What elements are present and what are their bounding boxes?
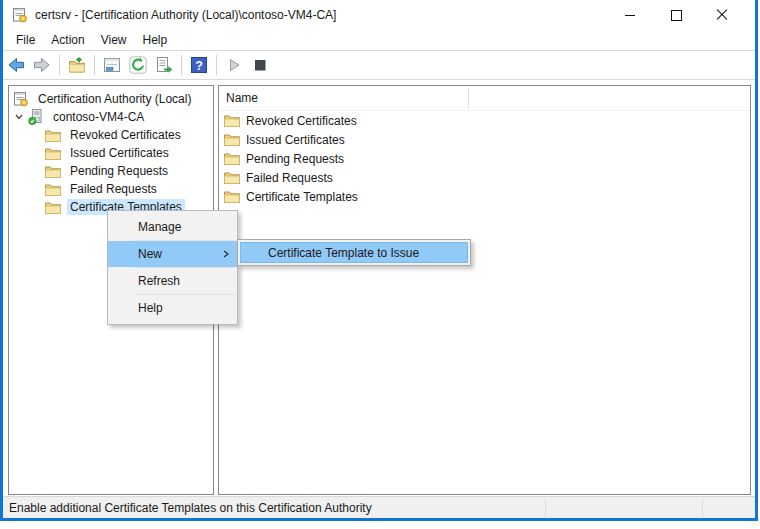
ca-server-icon bbox=[28, 109, 44, 125]
results-pane: Name Revoked Certificates Issued Certifi… bbox=[218, 85, 751, 495]
toolbar-separator bbox=[216, 55, 217, 75]
status-bar: Enable additional Certificate Templates … bbox=[3, 496, 755, 518]
menu-bar: File Action View Help bbox=[3, 30, 755, 50]
export-list-button[interactable] bbox=[151, 53, 177, 77]
tree-node-contoso-vm4-ca[interactable]: contoso-VM4-CA bbox=[9, 108, 213, 126]
tree-node-label: Certification Authority (Local) bbox=[35, 91, 194, 107]
certsrv-app-icon bbox=[12, 7, 28, 23]
title-bar: certsrv - [Certification Authority (Loca… bbox=[3, 0, 755, 30]
window-border-right bbox=[755, 0, 758, 521]
menu-view[interactable]: View bbox=[99, 32, 129, 48]
minimize-icon bbox=[625, 15, 635, 16]
folder-icon bbox=[224, 133, 240, 146]
maximize-button[interactable] bbox=[653, 0, 699, 30]
refresh-button[interactable] bbox=[125, 53, 151, 77]
tree-node-revoked-certificates[interactable]: Revoked Certificates bbox=[9, 126, 213, 144]
statusbar-divider bbox=[702, 500, 703, 517]
folder-icon bbox=[224, 190, 240, 203]
expand-collapse-control[interactable] bbox=[13, 111, 25, 123]
close-button[interactable] bbox=[699, 0, 745, 30]
forward-button[interactable] bbox=[29, 53, 55, 77]
submenu-certificate-template-to-issue[interactable]: Certificate Template to Issue bbox=[240, 242, 468, 263]
play-button[interactable] bbox=[221, 53, 247, 77]
folder-icon bbox=[224, 114, 240, 127]
context-submenu: Certificate Template to Issue bbox=[237, 239, 471, 266]
context-menu-refresh[interactable]: Refresh bbox=[108, 268, 237, 294]
chevron-down-icon bbox=[13, 111, 25, 123]
context-menu: Manage New Refresh Help bbox=[107, 210, 238, 325]
maximize-icon bbox=[671, 10, 682, 21]
tree-node-label: contoso-VM4-CA bbox=[50, 109, 147, 125]
list-item-label: Certificate Templates bbox=[246, 190, 358, 204]
toolbar-separator bbox=[59, 55, 60, 75]
folder-icon bbox=[224, 171, 240, 184]
console-window-icon bbox=[102, 55, 122, 75]
folder-icon bbox=[45, 183, 61, 196]
tree-node-label: Revoked Certificates bbox=[67, 127, 184, 143]
statusbar-divider bbox=[545, 500, 546, 517]
menu-help[interactable]: Help bbox=[141, 32, 170, 48]
tree-node-label: Failed Requests bbox=[67, 181, 160, 197]
tree-node-certification-authority[interactable]: Certification Authority (Local) bbox=[9, 90, 213, 108]
list-column-header[interactable]: Name bbox=[219, 86, 750, 111]
window-title: certsrv - [Certification Authority (Loca… bbox=[35, 8, 336, 22]
column-header-name: Name bbox=[226, 91, 258, 105]
context-menu-help[interactable]: Help bbox=[108, 295, 237, 321]
folder-icon bbox=[45, 129, 61, 142]
console-window-button[interactable] bbox=[99, 53, 125, 77]
window-border-left bbox=[0, 0, 3, 521]
list-item-failed-requests[interactable]: Failed Requests bbox=[219, 168, 750, 187]
column-divider[interactable] bbox=[468, 88, 469, 109]
help-icon bbox=[189, 55, 209, 75]
play-icon bbox=[224, 55, 244, 75]
tree-node-issued-certificates[interactable]: Issued Certificates bbox=[9, 144, 213, 162]
refresh-icon bbox=[128, 55, 148, 75]
list-item-label: Failed Requests bbox=[246, 171, 333, 185]
stop-button[interactable] bbox=[247, 53, 273, 77]
menu-action[interactable]: Action bbox=[49, 32, 86, 48]
list-item-label: Revoked Certificates bbox=[246, 114, 357, 128]
forward-icon bbox=[32, 55, 52, 75]
stop-icon bbox=[250, 55, 270, 75]
list-item-issued-certificates[interactable]: Issued Certificates bbox=[219, 130, 750, 149]
list-item-label: Pending Requests bbox=[246, 152, 344, 166]
submenu-chevron-icon bbox=[222, 249, 230, 259]
menu-file[interactable]: File bbox=[14, 32, 37, 48]
folder-icon bbox=[45, 201, 61, 214]
toolbar-separator bbox=[94, 55, 95, 75]
folder-icon bbox=[45, 165, 61, 178]
tree-node-label: Pending Requests bbox=[67, 163, 171, 179]
up-one-level-icon bbox=[67, 55, 87, 75]
list-item-pending-requests[interactable]: Pending Requests bbox=[219, 149, 750, 168]
window-border-bottom bbox=[0, 518, 758, 521]
certification-authority-icon bbox=[13, 91, 29, 107]
back-button[interactable] bbox=[3, 53, 29, 77]
toolbar bbox=[3, 50, 755, 80]
status-text: Enable additional Certificate Templates … bbox=[9, 501, 372, 515]
help-button[interactable] bbox=[186, 53, 212, 77]
tree-node-label: Issued Certificates bbox=[67, 145, 172, 161]
list-item-revoked-certificates[interactable]: Revoked Certificates bbox=[219, 111, 750, 130]
context-menu-new[interactable]: New bbox=[108, 241, 237, 267]
close-icon bbox=[716, 9, 728, 21]
export-list-icon bbox=[154, 55, 174, 75]
context-menu-new-label: New bbox=[138, 247, 162, 261]
up-one-level-button[interactable] bbox=[64, 53, 90, 77]
toolbar-separator bbox=[181, 55, 182, 75]
folder-icon bbox=[224, 152, 240, 165]
context-menu-manage[interactable]: Manage bbox=[108, 214, 237, 240]
minimize-button[interactable] bbox=[607, 0, 653, 30]
tree-node-failed-requests[interactable]: Failed Requests bbox=[9, 180, 213, 198]
folder-icon bbox=[45, 147, 61, 160]
tree-node-pending-requests[interactable]: Pending Requests bbox=[9, 162, 213, 180]
back-icon bbox=[6, 55, 26, 75]
list-item-label: Issued Certificates bbox=[246, 133, 345, 147]
window-controls bbox=[607, 0, 745, 30]
certsrv-window: certsrv - [Certification Authority (Loca… bbox=[0, 0, 760, 521]
list-item-certificate-templates[interactable]: Certificate Templates bbox=[219, 187, 750, 206]
